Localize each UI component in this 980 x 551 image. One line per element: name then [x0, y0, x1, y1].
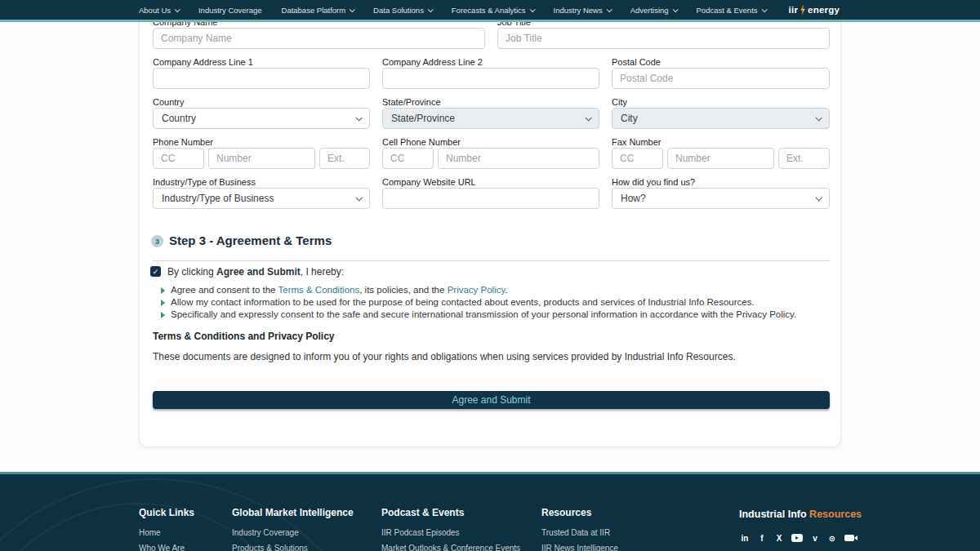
terms-heading: Terms & Conditions and Privacy Policy — [153, 331, 335, 342]
form-card: Company Name Job Title Company Address L… — [139, 7, 841, 447]
cell-number-input[interactable] — [438, 148, 599, 169]
logo-text-iir: iir — [789, 5, 798, 15]
chevron-down-icon — [529, 7, 535, 12]
chevron-down-icon — [672, 7, 678, 12]
privacy-policy-link[interactable]: Privacy Policy — [448, 285, 506, 295]
phone-label: Phone Number — [153, 137, 213, 147]
chevron-down-icon — [606, 7, 612, 12]
nav-item-industry-coverage[interactable]: Industry Coverage — [198, 6, 262, 15]
industry-label: Industry/Type of Business — [153, 177, 256, 187]
footer-link-industry-coverage[interactable]: Industry Coverage — [232, 528, 354, 537]
nav-item-data-solutions[interactable]: Data Solutions — [373, 6, 432, 15]
footer: Quick Links HomeWho We Are Global Market… — [0, 472, 980, 551]
job-title-input[interactable] — [497, 28, 830, 49]
phone-ext-input[interactable] — [319, 148, 370, 169]
x-icon[interactable]: X — [774, 533, 784, 543]
nav-items: About UsIndustry CoverageDatabase Platfo… — [139, 6, 766, 15]
cell-cc-input[interactable] — [382, 148, 434, 169]
chevron-down-icon — [815, 114, 822, 121]
address-line1-input[interactable] — [153, 68, 370, 89]
phone-cc-input[interactable] — [153, 148, 204, 169]
consent-bullet-2: Allow my contact information to be used … — [171, 297, 755, 307]
nav-item-industry-news[interactable]: Industry News — [554, 6, 611, 15]
website-input[interactable] — [382, 188, 599, 209]
vimeo-icon[interactable]: v — [810, 533, 820, 543]
footer-link-home[interactable]: Home — [139, 528, 194, 537]
video-camera-icon[interactable] — [844, 535, 854, 541]
linkedin-icon[interactable]: in — [740, 533, 750, 543]
footer-link-iir-podcast-episodes[interactable]: IIR Podcast Episodes — [381, 528, 520, 537]
footer-col-global-market-intelligence: Global Market Intelligence Industry Cove… — [232, 507, 354, 551]
city-label: City — [612, 97, 627, 107]
chevron-down-icon — [761, 7, 767, 12]
footer-link-products-solutions[interactable]: Products & Solutions — [232, 544, 354, 551]
terms-conditions-link[interactable]: Terms & Conditions — [278, 285, 360, 295]
footer-col-podcast-events: Podcast & Events IIR Podcast EpisodesMar… — [381, 507, 520, 551]
industry-select[interactable]: Industry/Type of Business — [153, 188, 370, 209]
footer-col-quick-links: Quick Links HomeWho We Are — [139, 507, 194, 551]
fax-ext-input[interactable] — [778, 148, 830, 169]
chevron-down-icon — [175, 7, 180, 12]
footer-link-trusted-data-at-iir[interactable]: Trusted Data at IIR — [541, 528, 618, 537]
how-found-label: How did you find us? — [612, 177, 695, 187]
postal-code-label: Postal Code — [612, 57, 661, 67]
divider — [153, 260, 830, 261]
logo-text-energy: energy — [808, 5, 840, 15]
agree-submit-button[interactable]: Agree and Submit — [153, 391, 830, 409]
bullet-triangle-icon — [161, 312, 165, 318]
fax-number-input[interactable] — [667, 148, 774, 169]
fax-cc-input[interactable] — [612, 148, 663, 169]
country-select[interactable]: Country — [153, 108, 370, 129]
address-line2-input[interactable] — [382, 68, 599, 89]
phone-number-input[interactable] — [208, 148, 315, 169]
country-label: Country — [153, 97, 185, 107]
website-label: Company Website URL — [382, 177, 476, 187]
consent-bullet-3: Specifically and expressly consent to th… — [171, 309, 796, 319]
cell-phone-label: Cell Phone Number — [382, 137, 461, 147]
address-line1-label: Company Address Line 1 — [153, 57, 253, 67]
footer-brand: Industrial Info Resources — [739, 509, 862, 520]
lightning-bolt-icon — [800, 5, 806, 16]
state-label: State/Province — [382, 97, 441, 107]
nav-item-about-us[interactable]: About Us — [139, 6, 179, 15]
chevron-down-icon — [350, 7, 355, 12]
footer-col-resources: Resources Trusted Data at IIRIIR News In… — [541, 507, 618, 551]
bullet-triangle-icon — [161, 287, 165, 294]
nav-item-database-platform[interactable]: Database Platform — [282, 6, 354, 15]
city-select[interactable]: City — [612, 108, 830, 129]
step-3-title: Step 3 - Agreement & Terms — [169, 233, 332, 247]
chevron-down-icon — [355, 194, 362, 201]
podcast-icon[interactable]: ⊙ — [827, 533, 837, 543]
state-select[interactable]: State/Province — [382, 108, 599, 129]
chevron-down-icon — [355, 114, 362, 121]
terms-body: These documents are designed to inform y… — [153, 351, 736, 362]
fax-label: Fax Number — [612, 137, 662, 147]
brand-logo[interactable]: iir energy — [789, 5, 840, 16]
page: Company Name Job Title Company Address L… — [0, 0, 980, 551]
chevron-down-icon — [428, 7, 434, 12]
agree-checkbox[interactable]: ✓ — [150, 266, 161, 277]
top-nav: About UsIndustry CoverageDatabase Platfo… — [0, 0, 980, 22]
nav-item-podcast-events[interactable]: Podcast & Events — [697, 6, 766, 15]
agree-checkbox-label: By clicking Agree and Submit, I hereby: — [167, 266, 344, 278]
how-found-select[interactable]: How? — [612, 188, 830, 209]
company-name-input[interactable] — [153, 28, 485, 49]
facebook-icon[interactable]: f — [757, 533, 767, 543]
chevron-down-icon — [815, 194, 822, 201]
footer-link-market-outlooks-conference-events[interactable]: Market Outlooks & Conference Events — [381, 544, 520, 551]
nav-item-forecasts-analytics[interactable]: Forecasts & Analytics — [452, 6, 534, 15]
bullet-triangle-icon — [161, 300, 165, 306]
footer-link-iir-news-intelligence[interactable]: IIR News Intelligence — [541, 544, 618, 551]
step-3-badge: 3 — [151, 235, 163, 247]
social-icons: infXv⊙ — [740, 533, 854, 543]
youtube-icon[interactable] — [791, 534, 803, 542]
address-line2-label: Company Address Line 2 — [382, 57, 483, 67]
consent-bullet-1: Agree and consent to the Terms & Conditi… — [171, 285, 508, 295]
postal-code-input[interactable] — [612, 68, 830, 89]
chevron-down-icon — [585, 114, 591, 121]
footer-link-who-we-are[interactable]: Who We Are — [139, 544, 194, 551]
nav-item-advertising[interactable]: Advertising — [630, 6, 677, 15]
